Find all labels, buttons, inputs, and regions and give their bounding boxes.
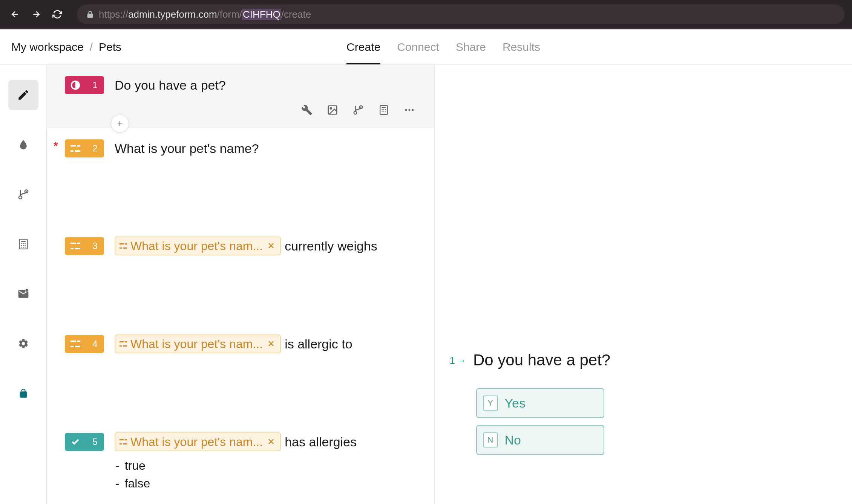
- question-title[interactable]: What is your pet's nam... ✕ currently we…: [115, 237, 377, 255]
- breadcrumb-form[interactable]: Pets: [99, 41, 121, 53]
- recall-pill[interactable]: What is your pet's nam... ✕: [115, 432, 281, 451]
- option-item[interactable]: - true: [115, 459, 416, 473]
- main-layout: 1 Do you have a pet? + *: [0, 65, 852, 504]
- preview-option-no[interactable]: N No: [476, 425, 604, 455]
- svg-rect-36: [120, 247, 122, 249]
- sidebar-calculator-button[interactable]: [8, 229, 38, 259]
- text-icon: [119, 341, 127, 347]
- question-number: 2: [86, 139, 104, 157]
- text-icon: [119, 243, 127, 249]
- sidebar-followups-button[interactable]: [8, 279, 38, 309]
- svg-rect-43: [125, 341, 127, 342]
- url-bar[interactable]: https://admin.typeform.com/form/CIHFHQ/c…: [77, 5, 844, 24]
- svg-rect-40: [70, 346, 74, 347]
- wrench-icon: [301, 104, 313, 116]
- required-indicator: *: [54, 139, 58, 152]
- question-title[interactable]: What is your pet's name?: [115, 141, 259, 156]
- question-type-badge[interactable]: 2: [65, 139, 104, 157]
- svg-rect-46: [120, 439, 124, 440]
- svg-rect-39: [77, 341, 80, 342]
- question-title[interactable]: What is your pet's nam... ✕ is allergic …: [115, 334, 352, 353]
- browser-reload-button[interactable]: [50, 7, 65, 22]
- questions-panel[interactable]: 1 Do you have a pet? + *: [47, 65, 435, 504]
- arrow-right-icon: [31, 9, 41, 19]
- sidebar-settings-button[interactable]: [8, 328, 38, 359]
- preview-title: Do you have a pet?: [473, 351, 610, 369]
- question-type-badge[interactable]: 4: [65, 335, 104, 353]
- preview-options: Y Yes N No: [476, 388, 837, 455]
- question-number: 4: [86, 335, 104, 353]
- arrow-right-icon: →: [457, 355, 466, 367]
- browser-bar: https://admin.typeform.com/form/CIHFHQ/c…: [0, 0, 852, 29]
- sidebar-logic-button[interactable]: [8, 179, 38, 209]
- text-icon: [65, 335, 86, 353]
- calculator-button[interactable]: [377, 103, 391, 117]
- option-label: No: [505, 433, 521, 447]
- preview-option-yes[interactable]: Y Yes: [476, 388, 604, 418]
- option-item[interactable]: - false: [115, 477, 416, 490]
- option-label: Yes: [505, 396, 526, 411]
- image-icon: [327, 104, 338, 116]
- preview-number: 1 →: [450, 355, 466, 367]
- question-type-badge[interactable]: 3: [65, 237, 104, 255]
- settings-button[interactable]: [300, 103, 314, 117]
- tab-results[interactable]: Results: [503, 29, 540, 64]
- browser-back-button[interactable]: [8, 7, 23, 22]
- svg-point-24: [408, 109, 410, 111]
- more-button[interactable]: [403, 103, 416, 117]
- question-type-badge[interactable]: 5: [65, 433, 104, 451]
- lock-icon: [86, 10, 94, 18]
- logic-button[interactable]: [351, 103, 365, 117]
- more-icon: [404, 104, 415, 116]
- question-toolbar: [300, 103, 416, 117]
- text-icon: [65, 139, 86, 157]
- gear-icon: [18, 338, 29, 349]
- question-title[interactable]: Do you have a pet?: [115, 78, 226, 93]
- recall-pill[interactable]: What is your pet's nam... ✕: [115, 237, 281, 255]
- recall-pill[interactable]: What is your pet's nam... ✕: [115, 334, 281, 353]
- tab-share[interactable]: Share: [456, 29, 486, 64]
- text-icon: [65, 237, 86, 255]
- question-row[interactable]: * 2 What is your pet's name?: [47, 128, 434, 225]
- url-text: https://admin.typeform.com/form/CIHFHQ/c…: [99, 9, 311, 20]
- svg-point-25: [412, 109, 414, 111]
- sidebar-unlock-button[interactable]: [8, 378, 38, 408]
- svg-rect-34: [120, 243, 124, 244]
- svg-rect-42: [120, 341, 124, 342]
- unlock-icon: [18, 387, 29, 399]
- tab-connect[interactable]: Connect: [397, 29, 439, 64]
- recall-text: What is your pet's nam...: [130, 337, 263, 351]
- question-row[interactable]: 3 What is your pet's nam... ✕ currently …: [47, 225, 434, 323]
- sidebar-content-button[interactable]: [8, 80, 38, 110]
- svg-rect-33: [75, 248, 80, 249]
- question-row[interactable]: 1 Do you have a pet? +: [47, 65, 434, 128]
- image-button[interactable]: [326, 103, 339, 117]
- calculator-icon: [18, 238, 29, 250]
- recall-remove[interactable]: ✕: [266, 339, 276, 349]
- question-suffix: currently weighs: [285, 239, 377, 254]
- svg-rect-48: [120, 443, 122, 444]
- tab-create[interactable]: Create: [346, 29, 380, 64]
- question-type-badge[interactable]: 1: [65, 76, 104, 94]
- svg-rect-28: [70, 150, 74, 152]
- question-row[interactable]: 5 What is your pet's nam... ✕ has allerg…: [47, 421, 434, 504]
- sidebar-design-button[interactable]: [8, 130, 38, 160]
- svg-rect-26: [70, 145, 76, 147]
- browser-forward-button[interactable]: [29, 7, 44, 22]
- recall-text: What is your pet's nam...: [130, 435, 263, 449]
- recall-remove[interactable]: ✕: [266, 241, 276, 251]
- svg-rect-45: [123, 345, 127, 347]
- reload-icon: [52, 9, 62, 19]
- preview-question: 1 → Do you have a pet?: [450, 351, 837, 369]
- breadcrumb-workspace[interactable]: My workspace: [11, 41, 84, 53]
- recall-remove[interactable]: ✕: [266, 437, 276, 447]
- question-title[interactable]: What is your pet's nam... ✕ has allergie…: [115, 432, 357, 451]
- svg-rect-37: [123, 247, 127, 249]
- question-row[interactable]: 4 What is your pet's nam... ✕ is allergi…: [47, 323, 434, 421]
- question-number: 5: [86, 433, 104, 451]
- add-question-button[interactable]: +: [111, 115, 129, 133]
- svg-rect-32: [70, 248, 74, 249]
- pencil-icon: [17, 89, 30, 101]
- option-label: true: [125, 459, 146, 473]
- svg-rect-29: [75, 150, 80, 152]
